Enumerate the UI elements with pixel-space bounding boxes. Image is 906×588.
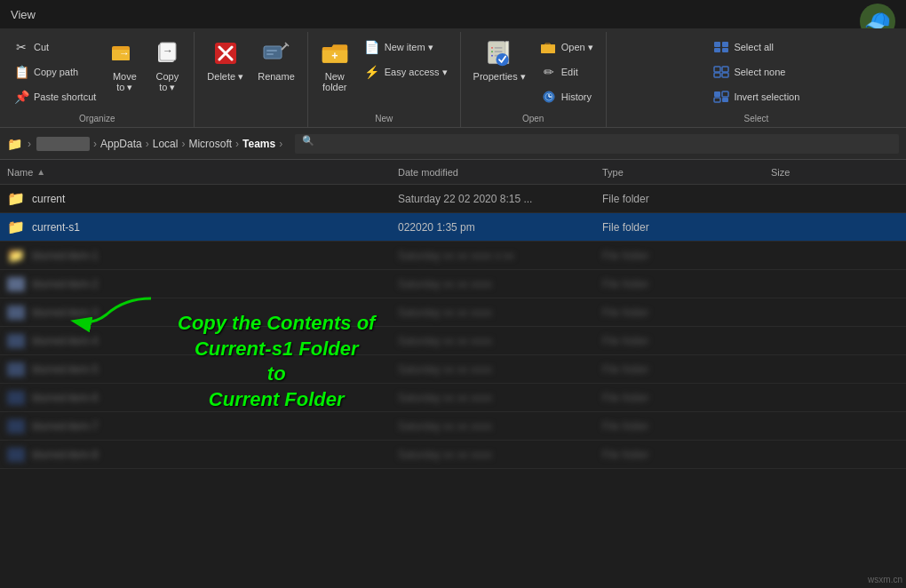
file-list-header: Name ▲ Date modified Type Size <box>0 160 906 185</box>
file-type-b7: File folder <box>602 420 771 433</box>
file-type-b2: File folder <box>602 278 771 290</box>
cut-button[interactable]: ✂ Cut <box>7 36 101 59</box>
folder-icon-b4 <box>7 334 25 348</box>
sort-arrow: ▲ <box>36 167 45 177</box>
file-label-b6: blurred-item-6 <box>32 392 99 404</box>
select-all-label: Select all <box>734 42 774 52</box>
copy-path-button[interactable]: 📋 Copy path <box>7 60 101 83</box>
history-label: History <box>561 91 592 102</box>
new-items: + Newfolder 📄 New item ▾ ⚡ Easy access ▾ <box>315 36 453 110</box>
copy-path-icon: 📋 <box>12 63 30 81</box>
file-date-b2: Saturday xx xx xxxx <box>398 278 602 290</box>
file-name-label-currents1: current-s1 <box>32 221 80 234</box>
copy-to-button[interactable]: → Copyto ▾ <box>147 36 187 97</box>
search-box[interactable]: 🔍 <box>295 134 899 154</box>
table-row[interactable]: blurred-item-8 Saturday xx xx xxxx File … <box>0 441 906 469</box>
open-label: Open <box>522 110 544 123</box>
delete-button[interactable]: Delete ▾ <box>202 36 249 86</box>
table-row[interactable]: 📁 blurred-item-1 Saturday xx xx xxxx x:x… <box>0 242 906 270</box>
easy-access-label: Easy access ▾ <box>385 67 448 78</box>
properties-button[interactable]: Properties ▾ <box>468 36 531 86</box>
breadcrumb-home[interactable] <box>36 137 90 151</box>
col-header-name[interactable]: Name ▲ <box>7 167 398 178</box>
file-label-b1: blurred-item-1 <box>32 250 99 262</box>
breadcrumb-local[interactable]: Local <box>153 138 179 150</box>
delete-label: Delete ▾ <box>207 71 243 83</box>
col-type-label: Type <box>602 167 624 178</box>
select-none-button[interactable]: Select none <box>707 60 805 83</box>
file-name-b7: blurred-item-7 <box>7 419 398 433</box>
svg-rect-13 <box>266 53 274 55</box>
copy-path-label: Copy path <box>34 67 78 77</box>
rename-button[interactable]: Rename <box>252 36 300 85</box>
breadcrumb-appdata[interactable]: AppData <box>100 138 142 150</box>
paste-shortcut-label: Paste shortcut <box>34 91 96 102</box>
svg-rect-18 <box>491 51 493 52</box>
move-to-button[interactable]: → Moveto ▾ <box>105 36 144 97</box>
col-header-size[interactable]: Size <box>771 167 899 178</box>
invert-selection-button[interactable]: Invert selection <box>707 85 805 108</box>
table-row[interactable]: blurred-item-7 Saturday xx xx xxxx File … <box>0 412 906 441</box>
invert-selection-icon <box>712 88 730 106</box>
select-none-label: Select none <box>734 67 785 77</box>
select-items: Select all Select none <box>707 36 805 110</box>
table-row[interactable]: 📁 current Saturday 22 02 2020 8:15 ... F… <box>0 185 906 213</box>
open-small-column: Open ▾ ✏ Edit History <box>535 36 599 108</box>
edit-icon: ✏ <box>540 63 558 81</box>
svg-rect-20 <box>491 55 493 57</box>
address-folder-icon: 📁 <box>7 137 22 151</box>
sep3: › <box>181 138 185 150</box>
file-date-b5: Saturday xx xx xxxx <box>398 363 602 376</box>
breadcrumb-teams[interactable]: Teams <box>242 138 275 150</box>
svg-text:→: → <box>163 44 173 57</box>
ribbon-group-new: + Newfolder 📄 New item ▾ ⚡ Easy access ▾… <box>308 32 461 127</box>
ribbon-group-delete-rename: Delete ▾ Rename <box>195 32 307 127</box>
easy-access-button[interactable]: ⚡ Easy access ▾ <box>358 60 453 83</box>
clipboard-column: ✂ Cut 📋 Copy path 📌 Paste shortcut <box>7 36 101 108</box>
title-bar: View 🧢 <box>0 0 906 28</box>
paste-shortcut-button[interactable]: 📌 Paste shortcut <box>7 85 101 108</box>
edit-button[interactable]: ✏ Edit <box>535 60 599 83</box>
svg-rect-36 <box>722 73 728 77</box>
svg-rect-17 <box>495 47 503 49</box>
table-row[interactable]: blurred-item-3 Saturday xx xx xxxx File … <box>0 298 906 327</box>
organize-items: ✂ Cut 📋 Copy path 📌 Paste shortcut <box>7 36 187 110</box>
file-type-b5: File folder <box>602 363 771 376</box>
breadcrumb-microsoft[interactable]: Microsoft <box>188 138 232 150</box>
select-all-button[interactable]: Select all <box>707 36 805 59</box>
table-row[interactable]: blurred-item-5 Saturday xx xx xxxx File … <box>0 355 906 384</box>
delete-rename-items: Delete ▾ Rename <box>202 36 299 120</box>
file-label-b2: blurred-item-2 <box>32 278 99 290</box>
table-row[interactable]: blurred-item-6 Saturday xx xx xxxx File … <box>0 384 906 412</box>
breadcrumb-arrow: › <box>28 138 31 150</box>
ribbon-group-select: Select all Select none <box>607 32 906 127</box>
history-button[interactable]: History <box>535 85 599 108</box>
table-row[interactable]: blurred-item-4 Saturday xx xx xxxx File … <box>0 327 906 355</box>
new-item-button[interactable]: 📄 New item ▾ <box>358 36 453 59</box>
file-date-b8: Saturday xx xx xxxx <box>398 449 602 461</box>
new-folder-button[interactable]: + Newfolder <box>315 36 354 96</box>
history-icon <box>540 88 558 106</box>
organize-label: Organize <box>79 110 115 123</box>
ribbon-group-organize: ✂ Cut 📋 Copy path 📌 Paste shortcut <box>0 32 195 127</box>
open-button[interactable]: Open ▾ <box>535 36 599 59</box>
sep5: › <box>279 138 282 150</box>
col-header-type[interactable]: Type <box>602 167 771 178</box>
new-item-icon: 📄 <box>363 38 381 56</box>
svg-rect-19 <box>495 51 503 52</box>
new-label: New <box>375 110 393 123</box>
file-name-b5: blurred-item-5 <box>7 362 398 377</box>
file-date-b3: Saturday xx xx xxxx <box>398 306 602 319</box>
ribbon: ✂ Cut 📋 Copy path 📌 Paste shortcut <box>0 28 906 128</box>
file-type-currents1: File folder <box>602 221 771 234</box>
properties-label: Properties ▾ <box>473 71 526 83</box>
copy-to-icon: → <box>153 39 181 68</box>
new-item-label: New item ▾ <box>385 42 433 53</box>
col-header-date[interactable]: Date modified <box>398 167 602 178</box>
table-row[interactable]: 📁 current-s1 022020 1:35 pm File folder <box>0 213 906 242</box>
table-row[interactable]: blurred-item-2 Saturday xx xx xxxx File … <box>0 270 906 298</box>
col-size-label: Size <box>771 167 790 178</box>
svg-rect-34 <box>722 67 728 72</box>
open-label: Open ▾ <box>561 42 593 53</box>
watermark: wsxm.cn <box>868 575 902 584</box>
